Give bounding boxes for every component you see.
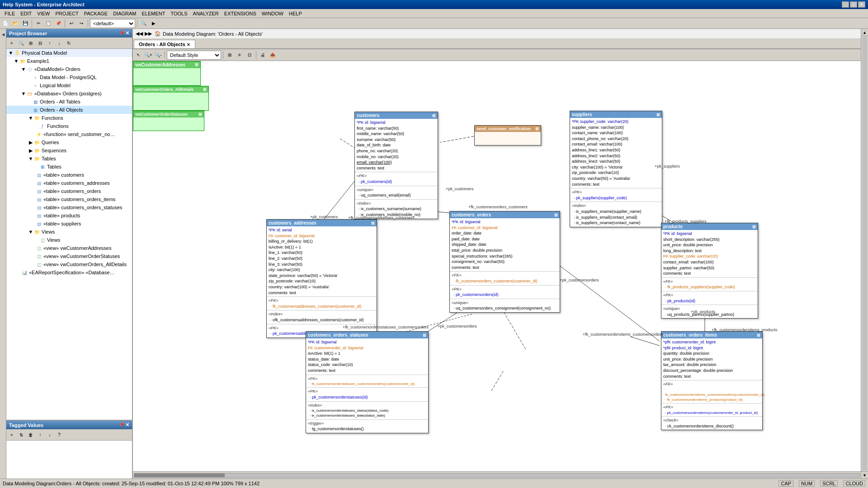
tree-ea-report[interactable]: 📊 «EAReportSpecification» «Database» Pos… <box>6 268 132 277</box>
tree-table-customers-addresses[interactable]: ▤ «table» customers_addresses <box>6 179 132 187</box>
tv-delete-button[interactable]: 🗑 <box>26 430 35 439</box>
tv-down-button[interactable]: ↓ <box>45 430 54 439</box>
pb-add-button[interactable]: + <box>7 38 16 47</box>
tv-sort-button[interactable]: ⇅ <box>17 430 26 439</box>
scroll-thumb-v[interactable] <box>862 37 867 470</box>
menu-extensions[interactable]: EXTENSIONS <box>222 10 259 17</box>
tree-example1[interactable]: ▼ 📁 Example1 <box>6 57 132 65</box>
menu-element[interactable]: ELEMENT <box>139 10 168 17</box>
tree-view-customer-addresses[interactable]: ◫ «view» vwCustomerAddresses <box>6 244 132 252</box>
dt-export-button[interactable]: 📤 <box>268 51 277 60</box>
pb-search-button[interactable]: 🔍 <box>17 38 26 47</box>
open-button[interactable]: 📂 <box>11 19 20 28</box>
er-table-customers-addresses[interactable]: customers_addresses⊞ *PK id: serial FK c… <box>266 219 377 338</box>
dt-style-dropdown[interactable]: Default Style <box>167 51 221 60</box>
er-table-customers-orders[interactable]: customers_orders⊞ *PK id: bigserial FK c… <box>449 211 560 313</box>
close-button[interactable]: × <box>858 1 865 8</box>
copy-button[interactable]: 📋 <box>44 19 53 28</box>
er-view-customer-addresses[interactable]: vwCustomerAddresses⊞ <box>133 61 201 86</box>
tree-orders-all-tables[interactable]: ▦ Orders - All Tables <box>6 98 132 106</box>
expand-icon-3[interactable]: ▼ <box>21 66 26 72</box>
tree-function-send[interactable]: ⚡ «function» send_customer_notificati... <box>6 130 132 138</box>
er-view-customer-order-statuses[interactable]: vwCustomerOrderStatuses⊞ <box>133 111 204 131</box>
nav-arrows-right[interactable]: ▶▶ <box>145 31 152 37</box>
pb-collapse-button[interactable]: ⊟ <box>36 38 45 47</box>
expand-icon[interactable]: ▼ <box>8 50 14 56</box>
vertical-scrollbar[interactable]: ▲ ▼ <box>861 29 868 479</box>
dt-align-button[interactable]: ≡ <box>235 51 244 60</box>
dt-fit-button[interactable]: ⊡ <box>245 51 254 60</box>
er-table-suppliers[interactable]: suppliers⊞ *PK supplier_code: varchar(20… <box>570 111 662 227</box>
tree-data-model-pg[interactable]: ▪ Data Model - PostgreSQL <box>6 73 132 81</box>
expand-icon-9[interactable]: ▼ <box>28 229 33 235</box>
cut-button[interactable]: ✂ <box>34 19 43 28</box>
zoom-dropdown[interactable]: <default> <box>90 19 135 28</box>
tree-tables-folder[interactable]: ▼ 📁 Tables <box>6 155 132 163</box>
menu-diagram[interactable]: DIAGRAM <box>110 10 139 17</box>
expand-icon-6[interactable]: ▶ <box>28 140 33 145</box>
tv-close-icon[interactable]: ✕ <box>125 422 129 428</box>
run-button[interactable]: ▶ <box>149 19 158 28</box>
tree-view-customer-orders-all[interactable]: ◫ «view» vwCustomerOrders_AllDetails <box>6 260 132 268</box>
new-button[interactable]: 📄 <box>1 19 10 28</box>
er-table-customers-orders-statuses[interactable]: customers_orders_statuses⊞ *PK id: bigse… <box>306 331 429 433</box>
dt-print-button[interactable]: 🖨 <box>258 51 267 60</box>
menu-window[interactable]: WINDOW <box>259 10 286 17</box>
horizontal-scrollbar[interactable] <box>133 471 861 479</box>
tree-functions-folder[interactable]: ▼ 📁 Functions <box>6 114 132 122</box>
scroll-up-button[interactable]: ▲ <box>861 29 868 36</box>
dt-zoom-out-button[interactable]: 🔍- <box>154 51 163 60</box>
er-table-customers-orders-items[interactable]: customers_orders_items⊞ *pfK customerord… <box>661 331 763 430</box>
menu-view[interactable]: VIEW <box>34 10 52 17</box>
tree-queries[interactable]: ▶ 📁 Queries <box>6 138 132 146</box>
tv-pin-icon[interactable]: 📌 <box>119 422 124 428</box>
expand-icon-7[interactable]: ▶ <box>28 148 33 153</box>
paste-button[interactable]: 📌 <box>54 19 63 28</box>
tree-table-suppliers[interactable]: ▤ «table» suppliers <box>6 220 132 228</box>
pb-pin-icon[interactable]: 📌 <box>119 30 124 36</box>
scroll-down-button[interactable]: ▼ <box>861 471 868 479</box>
expand-icon-5[interactable]: ▼ <box>28 115 33 121</box>
tree-views[interactable]: ◫ Views <box>6 236 132 244</box>
scroll-track-h[interactable] <box>134 473 860 478</box>
tree-table-customers-orders[interactable]: ▤ «table» customers_orders <box>6 187 132 195</box>
tree-table-customers[interactable]: ▤ «table» customers <box>6 171 132 179</box>
er-table-products[interactable]: products⊞ *PK id: bigserial short_descri… <box>661 223 758 319</box>
tree-datamodel-orders[interactable]: ▼ ⬡ «DataModel» Orders <box>6 65 132 73</box>
tv-up-button[interactable]: ↑ <box>36 430 45 439</box>
redo-button[interactable]: ↪ <box>77 19 86 28</box>
minimize-button[interactable]: _ <box>842 1 849 8</box>
tree-orders-all-objects[interactable]: ▦ Orders - All Objects <box>6 106 132 114</box>
tree-views-folder[interactable]: ▼ 📁 Views <box>6 228 132 236</box>
tv-help-button[interactable]: ? <box>55 430 64 439</box>
dt-pointer-button[interactable]: ↖ <box>134 51 143 60</box>
pb-refresh-button[interactable]: ↻ <box>64 38 73 47</box>
tree-table-products[interactable]: ▤ «table» products <box>6 211 132 220</box>
pb-up-button[interactable]: ↑ <box>45 38 54 47</box>
menu-file[interactable]: FILE <box>2 10 18 17</box>
tree-physical-data-model[interactable]: ▼ 🗄 Physical Data Model <box>6 49 132 57</box>
er-view-customer-orders-all[interactable]: vwCustomerOrders_AllDetails⊞ <box>133 86 209 111</box>
tree-database-orders[interactable]: ▼ 🗃 «Database» Orders (postgres) <box>6 89 132 98</box>
search-button[interactable]: 🔍 <box>139 19 148 28</box>
expand-icon-4[interactable]: ▼ <box>21 91 26 96</box>
diagram-canvas[interactable]: customers⊞ *PK id: bigserial first_name:… <box>133 61 861 471</box>
menu-package[interactable]: PACKAGE <box>81 10 110 17</box>
dt-zoom-in-button[interactable]: 🔍+ <box>144 51 153 60</box>
expand-icon-2[interactable]: ▼ <box>14 58 19 64</box>
tv-add-button[interactable]: + <box>7 430 16 439</box>
menu-edit[interactable]: EDIT <box>18 10 34 17</box>
nav-arrows-left[interactable]: ◀◀ <box>136 31 143 37</box>
tab-close-icon[interactable]: ✕ <box>187 42 190 47</box>
maximize-button[interactable]: □ <box>850 1 857 8</box>
er-table-customers[interactable]: customers⊞ *PK id: bigserial first_name:… <box>354 112 438 219</box>
tree-view-customer-order-statuses[interactable]: ◫ «view» vwCustomerOrderStatuses <box>6 252 132 260</box>
expand-icon-8[interactable]: ▼ <box>28 156 33 161</box>
title-controls[interactable]: _ □ × <box>842 1 865 8</box>
pb-close-icon[interactable]: ✕ <box>125 30 129 36</box>
menu-tools[interactable]: TOOLS <box>168 10 190 17</box>
menu-analyzer[interactable]: ANALYZER <box>190 10 222 17</box>
tree-table-customers-orders-statuses[interactable]: ▤ «table» customers_orders_statuses <box>6 203 132 211</box>
menu-project[interactable]: PROJECT <box>52 10 81 17</box>
er-func-send-notification[interactable]: send_customer_notification⊞ <box>474 125 541 145</box>
